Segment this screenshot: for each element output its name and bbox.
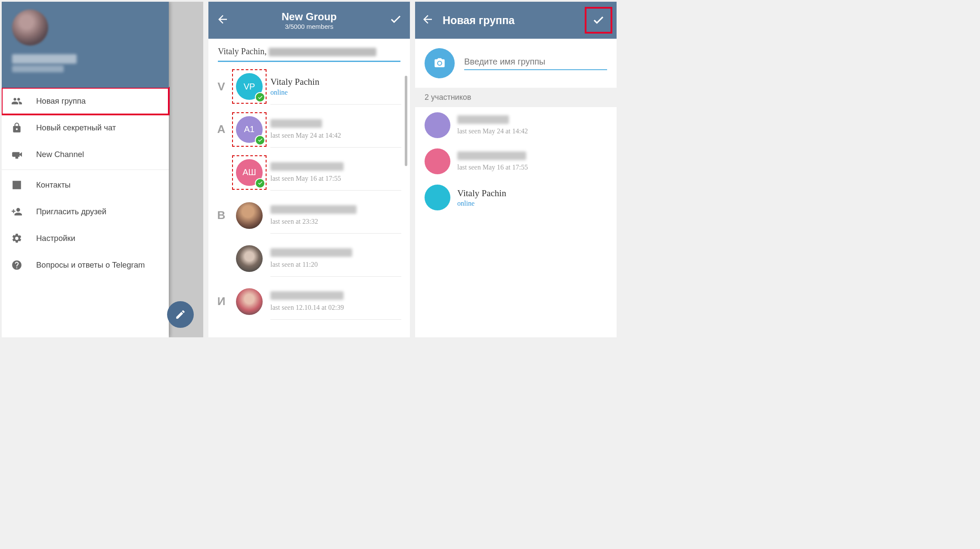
contact-name <box>270 291 401 302</box>
menu-contacts[interactable]: Контакты <box>2 172 169 198</box>
menu-settings[interactable]: Настройки <box>2 225 169 252</box>
contact-avatar-wrap[interactable] <box>234 244 264 274</box>
group-name-input-wrap <box>464 57 607 70</box>
menu-label: Новый секретный чат <box>36 123 116 133</box>
member-avatar <box>425 112 450 138</box>
contact-avatar <box>236 288 263 315</box>
contact-row[interactable]: Вlast seen at 23:32 <box>208 194 410 237</box>
menu-faq[interactable]: Вопросы и ответы о Telegram <box>2 252 169 278</box>
check-icon <box>592 14 605 27</box>
member-name: Vitaly Pachin <box>457 188 607 199</box>
section-letter: И <box>208 295 234 308</box>
megaphone-icon <box>11 149 22 160</box>
selected-name-text: Vitaly Pachin, <box>218 46 269 56</box>
contact-avatar-wrap[interactable]: VP <box>234 71 264 102</box>
screen-drawer-menu: 05 окт. 5 сент. Новая группа Новый секре… <box>2 2 203 337</box>
contact-row[interactable]: VVPVitaly Pachinonline <box>208 65 410 108</box>
header-titles: New Group 3/5000 members <box>236 11 382 30</box>
section-letter: В <box>208 209 234 222</box>
member-info: last seen May 24 at 14:42 <box>457 115 607 135</box>
member-avatar <box>425 148 450 174</box>
contact-status: last seen at 11:20 <box>270 261 401 268</box>
contact-info: last seen May 24 at 14:42 <box>270 111 401 148</box>
menu-invite-friends[interactable]: Пригласить друзей <box>2 198 169 225</box>
contact-avatar-wrap[interactable] <box>234 287 264 317</box>
member-status: online <box>457 200 607 207</box>
menu-new-group[interactable]: Новая группа <box>2 88 169 114</box>
compose-fab[interactable] <box>167 301 194 328</box>
contact-info: Vitaly Pachinonline <box>270 69 401 105</box>
navigation-drawer: Новая группа Новый секретный чат New Cha… <box>2 2 169 337</box>
contact-icon <box>11 179 22 191</box>
menu-new-channel[interactable]: New Channel <box>2 141 169 168</box>
contact-name <box>270 205 401 216</box>
member-name <box>457 115 607 126</box>
contact-avatar-wrap[interactable]: АШ <box>234 157 264 188</box>
contact-row[interactable]: Иlast seen 12.10.14 at 02:39 <box>208 280 410 323</box>
gear-icon <box>11 233 22 244</box>
contact-avatar-wrap[interactable] <box>234 200 264 231</box>
member-row[interactable]: last seen May 24 at 14:42 <box>415 107 617 143</box>
group-name-row <box>415 39 617 88</box>
contact-row[interactable]: АШlast seen May 16 at 17:55 <box>208 151 410 194</box>
contacts-list[interactable]: VVPVitaly PachinonlineAА1last seen May 2… <box>208 65 410 323</box>
contact-status: last seen 12.10.14 at 02:39 <box>270 304 401 312</box>
divider <box>2 170 169 170</box>
camera-icon <box>434 57 446 69</box>
confirm-button[interactable] <box>586 9 611 32</box>
menu-label: Новая группа <box>36 96 86 106</box>
contact-info: last seen May 16 at 17:55 <box>270 154 401 191</box>
member-info: last seen May 16 at 17:55 <box>457 151 607 171</box>
input-underline <box>218 61 400 62</box>
member-status: last seen May 24 at 14:42 <box>457 127 607 135</box>
section-letter: A <box>208 123 234 136</box>
contact-name <box>270 119 401 130</box>
contact-name <box>270 248 401 259</box>
contact-status: last seen May 24 at 14:42 <box>270 132 401 139</box>
scrollbar[interactable] <box>405 76 407 166</box>
screen-new-group-select: New Group 3/5000 members Vitaly Pachin, … <box>208 2 410 337</box>
profile-avatar[interactable] <box>12 9 48 46</box>
members-count: 2 участников <box>415 88 617 107</box>
back-button[interactable] <box>421 13 434 28</box>
member-info: Vitaly Pachinonline <box>457 188 607 207</box>
member-row[interactable]: last seen May 16 at 17:55 <box>415 143 617 179</box>
contact-info: last seen at 11:20 <box>270 241 401 277</box>
contact-name: Vitaly Pachin <box>270 77 401 87</box>
contact-row[interactable]: last seen at 11:20 <box>208 237 410 280</box>
contact-info: last seen at 23:32 <box>270 197 401 234</box>
contact-row[interactable]: AА1last seen May 24 at 14:42 <box>208 108 410 151</box>
selected-members-input[interactable]: Vitaly Pachin, <box>208 39 410 61</box>
header-title: Новая группа <box>443 14 578 27</box>
menu-secret-chat[interactable]: Новый секретный чат <box>2 114 169 141</box>
group-name-input[interactable] <box>464 57 607 67</box>
selected-check-icon <box>255 178 265 188</box>
contact-info: last seen 12.10.14 at 02:39 <box>270 284 401 320</box>
contact-status: online <box>270 89 401 96</box>
profile-name-blurred <box>12 54 77 64</box>
arrow-back-icon <box>421 13 434 26</box>
menu-label: Пригласить друзей <box>36 207 106 216</box>
menu-label: Вопросы и ответы о Telegram <box>36 260 145 270</box>
help-icon <box>11 259 22 271</box>
header-subtitle: 3/5000 members <box>285 23 334 30</box>
contact-name <box>270 162 401 173</box>
group-photo-button[interactable] <box>425 48 455 78</box>
profile-phone-blurred <box>12 65 64 72</box>
selected-check-icon <box>255 92 265 102</box>
confirm-button[interactable] <box>389 13 402 28</box>
header: Новая группа <box>415 2 617 39</box>
screen-new-group-name: Новая группа 2 участников last seen May … <box>415 2 617 337</box>
contact-status: last seen May 16 at 17:55 <box>270 175 401 182</box>
group-icon <box>11 96 22 107</box>
member-row[interactable]: Vitaly Pachinonline <box>415 179 617 216</box>
menu-label: Контакты <box>36 180 71 190</box>
arrow-back-icon <box>216 13 229 26</box>
section-letter: V <box>208 80 234 93</box>
member-status: last seen May 16 at 17:55 <box>457 163 607 171</box>
back-button[interactable] <box>216 13 229 28</box>
contact-avatar <box>236 245 263 272</box>
selected-check-icon <box>255 135 265 145</box>
contact-avatar-wrap[interactable]: А1 <box>234 114 264 145</box>
check-icon <box>389 13 402 26</box>
